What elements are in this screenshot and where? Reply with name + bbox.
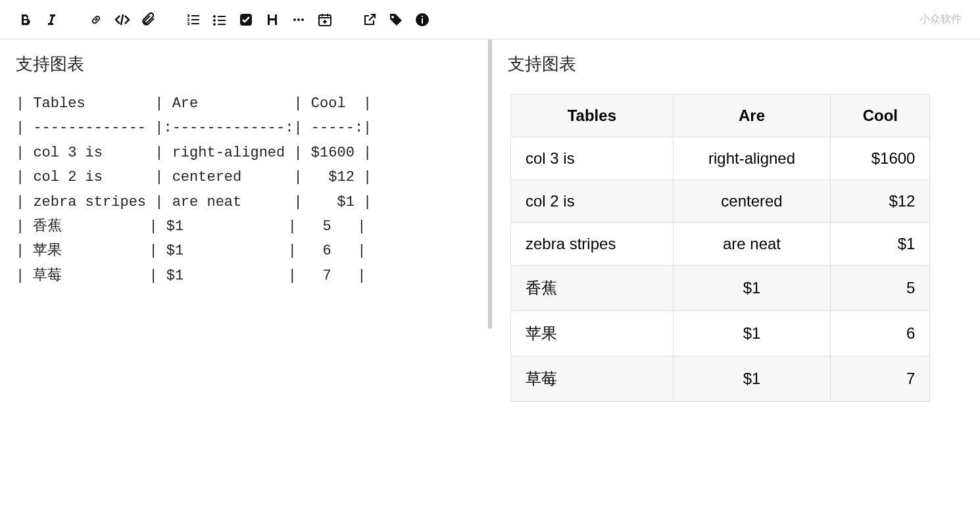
calendar-button[interactable] — [313, 8, 337, 32]
table-row: 香蕉$15 — [511, 266, 930, 311]
table-cell: $1 — [831, 223, 930, 266]
source-title: 支持图表 — [16, 53, 472, 76]
table-cell: 苹果 — [511, 311, 674, 356]
table-cell: $1600 — [831, 137, 930, 180]
external-link-button[interactable] — [358, 8, 381, 32]
svg-point-2 — [297, 18, 300, 21]
link-icon — [88, 12, 104, 28]
table-cell: 7 — [831, 356, 930, 402]
ordered-list-icon — [185, 12, 201, 28]
tag-button[interactable] — [384, 8, 408, 32]
table-row: 草莓$17 — [511, 356, 930, 402]
table-cell: 草莓 — [511, 356, 674, 402]
main-split: 支持图表 | Tables | Are | Cool | | ---------… — [0, 39, 980, 509]
table-header-cell: Are — [673, 95, 831, 137]
table-cell: zebra stripes — [511, 223, 674, 266]
ordered-list-button[interactable] — [182, 8, 205, 32]
preview-pane: 支持图表 TablesAreCool col 3 isright-aligned… — [492, 39, 980, 509]
italic-icon — [43, 12, 59, 28]
ellipsis-icon — [291, 12, 306, 28]
table-cell: 香蕉 — [511, 266, 674, 311]
table-cell: 5 — [831, 266, 930, 311]
rendered-table: TablesAreCool col 3 isright-aligned$1600… — [510, 94, 930, 402]
external-link-icon — [362, 12, 378, 28]
info-button[interactable] — [410, 8, 434, 32]
heading-button[interactable] — [260, 8, 284, 32]
table-row: col 2 iscentered$12 — [511, 180, 930, 223]
table-cell: $1 — [673, 356, 831, 402]
code-icon — [113, 12, 132, 28]
code-button[interactable] — [110, 8, 134, 32]
table-cell: col 2 is — [511, 180, 674, 223]
svg-point-1 — [293, 18, 296, 21]
more-button[interactable] — [287, 8, 310, 32]
paperclip-icon — [141, 12, 157, 28]
calendar-plus-icon — [317, 12, 333, 28]
table-cell: $1 — [673, 311, 831, 356]
info-icon — [414, 12, 430, 28]
table-cell: $12 — [831, 180, 930, 223]
italic-button[interactable] — [39, 8, 63, 32]
attachment-button[interactable] — [137, 8, 160, 32]
table-header-row: TablesAreCool — [511, 95, 930, 137]
source-code[interactable]: | Tables | Are | Cool | | ------------- … — [16, 91, 472, 288]
checkbox-icon — [238, 12, 254, 28]
tag-icon — [388, 12, 404, 28]
unordered-list-button[interactable] — [208, 8, 232, 32]
preview-title: 支持图表 — [508, 53, 964, 76]
watermark-label: 小众软件 — [919, 12, 967, 26]
bold-icon — [17, 12, 33, 28]
bold-button[interactable] — [13, 8, 37, 32]
link-button[interactable] — [84, 8, 108, 32]
table-cell: 6 — [831, 311, 930, 356]
table-cell: right-aligned — [673, 137, 831, 180]
table-cell: $1 — [673, 266, 831, 311]
source-pane[interactable]: 支持图表 | Tables | Are | Cool | | ---------… — [0, 39, 488, 509]
table-cell: are neat — [673, 223, 831, 266]
svg-point-3 — [301, 18, 304, 21]
table-cell: centered — [673, 180, 831, 223]
table-row: col 3 isright-aligned$1600 — [511, 137, 930, 180]
table-header-cell: Tables — [511, 95, 674, 137]
checkbox-button[interactable] — [234, 8, 258, 32]
table-cell: col 3 is — [511, 137, 674, 180]
toolbar: 小众软件 — [0, 0, 980, 39]
table-row: 苹果$16 — [511, 311, 930, 356]
heading-icon — [264, 12, 280, 28]
table-header-cell: Cool — [831, 95, 930, 137]
table-row: zebra stripesare neat$1 — [511, 223, 930, 266]
unordered-list-icon — [212, 12, 228, 28]
